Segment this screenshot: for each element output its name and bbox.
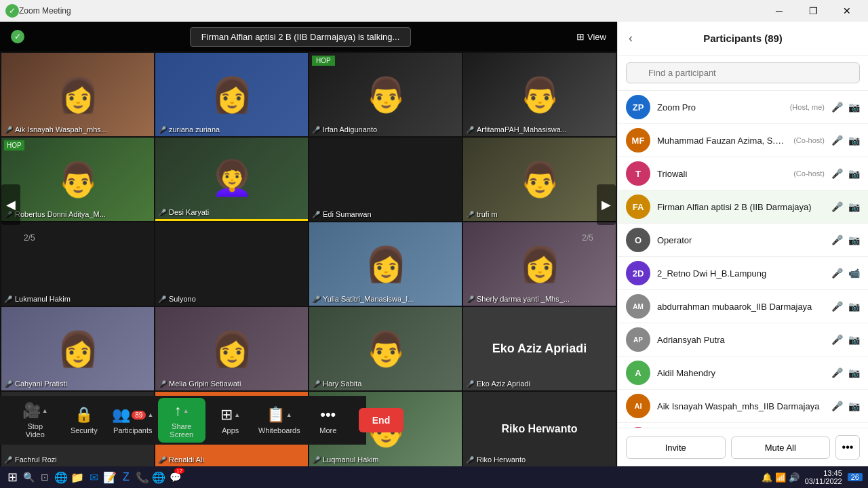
list-item: T Triowali (Co-host) 🎤 📷 <box>618 157 868 190</box>
end-button[interactable]: End <box>359 408 403 432</box>
mute-icon: 🎤 <box>466 211 474 218</box>
stop-video-button[interactable]: 🎥 ▲ Stop Video <box>12 398 59 443</box>
mute-icon: 🎤 <box>466 456 474 464</box>
notification-button[interactable]: 26 <box>848 473 863 481</box>
start-button[interactable]: ⊞ <box>5 470 19 484</box>
avatar: ZP <box>626 95 650 119</box>
people-icon: 👥 <box>112 406 130 424</box>
zoom-icon: ✓ <box>5 4 19 18</box>
avatar: AP <box>626 327 650 352</box>
security-button[interactable]: 🔒 Security <box>60 402 108 439</box>
edge-icon[interactable]: 🌐 <box>54 470 68 484</box>
video-cell-irfan: HOP 👨 🎤Irfan Adigunanto <box>309 53 462 136</box>
view-button[interactable]: ⊞ View <box>576 31 606 42</box>
share-screen-button[interactable]: ↑ ▲ Share Screen <box>158 398 205 443</box>
whiteboard-icon: 📋 <box>267 406 285 424</box>
video-cell-edi: 🎤Edi Sumarwan <box>309 138 462 221</box>
whatsapp-icon[interactable]: 💬12 <box>168 470 182 484</box>
mute-all-button[interactable]: Mute All <box>731 436 831 459</box>
avatar: AI <box>626 394 650 418</box>
participant-name: Triowali <box>657 169 787 179</box>
list-item: O Operator 🎤 📷 <box>618 224 868 257</box>
window-title: Zoom Meeting <box>19 6 764 16</box>
prev-page-button[interactable]: ◀ <box>1 184 20 225</box>
toolbar: 🎤 ▲ Unmute 🎥 ▲ Stop Video 🔒 Security <box>0 396 366 445</box>
list-item: 2D 2_Retno Dwi H_B.Lampung 🎤 📹 <box>618 257 868 290</box>
invite-button[interactable]: Invite <box>626 436 726 459</box>
next-page-button[interactable]: ▶ <box>597 184 616 225</box>
mute-icon: 🎤 <box>312 296 320 303</box>
mic-icon: 🎤 <box>831 201 843 212</box>
sidebar-title: Participants (89) <box>629 33 857 44</box>
whiteboard-caret: ▲ <box>286 411 292 418</box>
left-page-indicator: 2/5 <box>24 233 35 243</box>
notes-icon[interactable]: 📝 <box>103 470 117 484</box>
avatar: T <box>626 161 650 186</box>
camera-icon: 📷 <box>848 135 860 146</box>
video-cell-hary: 👨 🎤Hary Sabita <box>309 307 462 390</box>
participant-name: Muhammad Fauzan Azima, S.Ko... <box>657 136 787 146</box>
video-cell-zuriana: 👩 🎤zuriana zuriana <box>155 53 308 136</box>
camera-icon: 📷 <box>848 201 860 212</box>
top-bar: ✓ Firman Alfian aptisi 2 B (IIB Darmajay… <box>0 22 617 52</box>
avatar: AM <box>626 294 650 319</box>
mute-icon: 🎤 <box>312 456 320 464</box>
avatar: O <box>626 228 650 252</box>
unmute-button[interactable]: 🎤 ▲ Unmute <box>0 402 10 439</box>
video-cell-desi: 👩‍🦱 🎤Desi Karyati <box>155 138 308 221</box>
list-item: MF Muhammad Fauzan Azima, S.Ko... (Co-ho… <box>618 124 868 157</box>
title-bar: ✓ Zoom Meeting ─ ❐ ✕ <box>0 0 868 22</box>
mic-muted-icon: 🎤 <box>831 301 843 312</box>
search-taskbar-button[interactable]: 🔍 <box>22 470 35 484</box>
participant-name: 2_Retno Dwi H_B.Lampung <box>657 268 825 279</box>
video-cell-robertus: HOP 👨 🎤Robertus Donni Aditya_M... <box>1 138 154 221</box>
mute-icon: 🎤 <box>158 126 166 134</box>
mute-icon: 🎤 <box>312 126 320 134</box>
shield-lock-icon: 🔒 <box>75 406 93 424</box>
avatar: FA <box>626 195 650 219</box>
taskview-button[interactable]: ⊡ <box>38 470 52 484</box>
mute-icon: 🎤 <box>466 380 474 388</box>
mic-muted-icon: 🎤 <box>831 367 843 378</box>
apps-icon: ⊞ <box>220 406 233 424</box>
video-area: ✓ Firman Alfian aptisi 2 B (IIB Darmajay… <box>0 22 617 466</box>
more-button[interactable]: ••• More <box>304 402 352 439</box>
participant-name: Adriansyah Putra <box>657 335 825 345</box>
apps-button[interactable]: ⊞ ▲ Apps <box>207 402 254 439</box>
video-cell-arfitama: 👨 🎤ArfitamaPAH_Mahasiswa... <box>463 53 616 136</box>
mute-icon: 🎤 <box>4 380 12 388</box>
mic-muted-icon: 🎤 <box>831 334 843 345</box>
whiteboards-button[interactable]: 📋 ▲ Whiteboards <box>256 402 303 439</box>
mic-muted-icon: 🎤 <box>831 401 843 411</box>
participants-list: ZP Zoom Pro (Host, me) 🎤 📷 MF Muhammad F… <box>618 91 868 428</box>
sidebar-header: ‹ Participants (89) <box>618 22 868 56</box>
participant-name: Zoom Pro <box>657 102 783 113</box>
video-cell-riko: Riko Herwanto 🎤Riko Herwanto <box>463 392 616 466</box>
video-cell-sulyono: 🎤Sulyono <box>155 222 308 306</box>
list-item: A Aidil Mahendry 🎤 📷 <box>618 357 868 390</box>
participants-sidebar: ‹ Participants (89) 🔍 ZP Zoom Pro (Host,… <box>617 22 868 466</box>
wifi-icon: 📶 <box>775 472 786 483</box>
participant-name: abdurrahman mubaarok_IIB Darmajaya <box>657 302 825 312</box>
mute-icon: 🎤 <box>4 456 12 464</box>
camera-icon: 📷 <box>848 401 860 411</box>
volume-icon: 🔊 <box>789 472 800 483</box>
main-container: ✓ Firman Alfian aptisi 2 B (IIB Darmajay… <box>0 22 868 466</box>
video-caret: ▲ <box>42 407 48 414</box>
search-input[interactable] <box>626 62 860 83</box>
minimize-button[interactable]: ─ <box>764 0 795 22</box>
close-button[interactable]: ✕ <box>831 0 863 22</box>
zoom-taskbar-icon[interactable]: Z <box>119 470 133 484</box>
mic-muted-icon: 🎤 <box>831 235 843 245</box>
participants-button[interactable]: 👥 89 ▲ Participants <box>109 402 157 439</box>
avatar: MF <box>626 128 650 152</box>
chrome-icon[interactable]: 🌐 <box>152 470 165 484</box>
phone-icon[interactable]: 📞 <box>136 470 149 484</box>
more-options-button[interactable]: ••• <box>835 435 860 460</box>
mute-icon: 🎤 <box>4 296 12 303</box>
maximize-button[interactable]: ❐ <box>797 0 829 22</box>
list-item: FA Firman Alfian aptisi 2 B (IIB Darmaja… <box>618 190 868 224</box>
mail-icon[interactable]: ✉ <box>87 470 100 484</box>
collapse-sidebar-button[interactable]: ‹ <box>629 31 633 45</box>
explorer-icon[interactable]: 📁 <box>71 470 84 484</box>
